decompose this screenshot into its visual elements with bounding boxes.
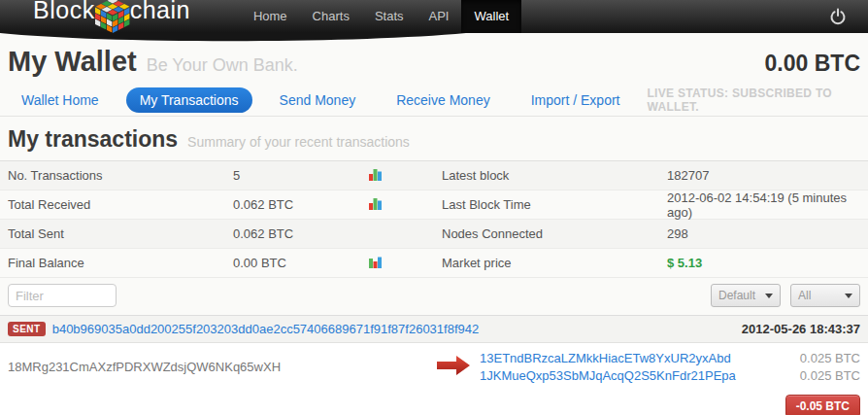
bar-chart-icon[interactable] — [368, 167, 426, 185]
main-nav: Home Charts Stats API Wallet — [241, 0, 521, 33]
rubiks-cube-icon — [93, 0, 132, 40]
wallet-stats-table: No. Transactions 5 Total Received 0.062 … — [0, 161, 434, 278]
nav-item-api[interactable]: API — [417, 0, 462, 33]
tab-import-export[interactable]: Import / Export — [517, 87, 634, 113]
section-heading: My transactions Summary of your recent t… — [0, 117, 868, 160]
stat-value: 182707 — [667, 168, 860, 183]
stat-label: Last Block Time — [442, 197, 667, 212]
stat-value: 298 — [667, 226, 860, 241]
bar-chart-icon[interactable] — [368, 196, 426, 214]
sort-dropdown[interactable]: Default — [711, 284, 781, 307]
network-stats-table: Latest block 182707 Last Block Time 2012… — [434, 161, 868, 278]
tab-my-transactions[interactable]: My Transactions — [126, 87, 252, 113]
top-navbar: Block — [0, 0, 868, 33]
output-address-link[interactable]: 13ETndBRzcaLZMkkHiacETw8YxUR2yxAbd — [480, 351, 736, 365]
stat-value: 2012-06-02 14:54:19 (5 minutes ago) — [667, 190, 860, 220]
stat-label: No. Transactions — [8, 168, 233, 183]
section-title: My transactions — [8, 126, 178, 153]
red-arrow-icon — [435, 354, 472, 381]
page-title: My Wallet — [8, 46, 137, 78]
stat-label: Latest block — [442, 168, 667, 183]
transaction-hash-link[interactable]: b40b969035a0dd200255f203203dd0ae2cc57406… — [52, 322, 480, 336]
sort-dropdown-value: Default — [718, 289, 755, 302]
transaction-detail-row: 18MRg231CmAXzfPDRXWZdsjQW6NKq65wXH 13ETn… — [0, 343, 868, 391]
stat-label: Nodes Connected — [442, 226, 667, 241]
tab-wallet-home[interactable]: Wallet Home — [8, 87, 113, 113]
filter-type-dropdown[interactable]: All — [790, 284, 860, 307]
filter-input[interactable] — [8, 284, 117, 307]
transaction-header-row: SENT b40b969035a0dd200255f203203dd0ae2cc… — [0, 315, 868, 343]
stat-label: Total Sent — [8, 226, 233, 241]
filter-type-dropdown-value: All — [798, 289, 811, 302]
page-tagline: Be Your Own Bank. — [147, 55, 298, 76]
stat-row-market-price: Market price $ 5.13 — [434, 249, 868, 278]
transaction-total-badge[interactable]: -0.05 BTC — [785, 395, 860, 415]
stat-row-final-balance: Final Balance 0.00 BTC — [0, 249, 434, 278]
wallet-header: My Wallet Be Your Own Bank. 0.00 BTC — [0, 33, 868, 84]
output-amounts: 0.025 BTC 0.025 BTC — [800, 351, 860, 383]
logo-text-block: Block — [33, 0, 95, 26]
output-amount: 0.025 BTC — [800, 351, 860, 365]
blockchain-logo[interactable]: Block — [33, 0, 190, 40]
section-subtitle: Summary of your recent transactions — [187, 134, 410, 150]
stat-value: 0.00 BTC — [233, 256, 368, 270]
chevron-down-icon — [845, 294, 852, 298]
output-addresses: 13ETndBRzcaLZMkkHiacETw8YxUR2yxAbd 1JKMu… — [480, 351, 736, 383]
stat-row-last-block-time: Last Block Time 2012-06-02 14:54:19 (5 m… — [434, 190, 868, 220]
wallet-balance: 0.00 BTC — [765, 51, 860, 77]
stat-value: 0.062 BTC — [233, 197, 368, 212]
tab-receive-money[interactable]: Receive Money — [383, 87, 504, 113]
stat-row-latest-block: Latest block 182707 — [434, 161, 868, 190]
filter-toolbar: Default All — [0, 278, 868, 315]
stat-label: Market price — [442, 256, 667, 270]
logout-power-icon[interactable] — [829, 8, 847, 25]
logo-text-chain: chain — [130, 0, 190, 26]
stat-row-total-sent: Total Sent 0.062 BTC — [0, 220, 434, 249]
nav-item-stats[interactable]: Stats — [362, 0, 417, 33]
bar-chart-icon[interactable] — [368, 255, 426, 272]
tab-send-money[interactable]: Send Money — [266, 87, 370, 113]
transaction-total-row: -0.05 BTC — [0, 391, 868, 415]
stat-label: Final Balance — [8, 256, 233, 270]
transaction-date: 2012-05-26 18:43:37 — [742, 322, 860, 336]
sent-badge: SENT — [8, 322, 46, 336]
market-price-value: $ 5.13 — [667, 256, 860, 270]
live-status-text: LIVE STATUS: SUBSCRIBED TO WALLET. — [647, 86, 860, 114]
output-address-link[interactable]: 1JKMueQxp53SbMJqAcqQ2S5KnFdr21PEpa — [480, 368, 736, 383]
output-amount: 0.025 BTC — [800, 368, 860, 383]
nav-item-charts[interactable]: Charts — [300, 0, 362, 33]
chevron-down-icon — [765, 294, 773, 298]
wallet-tabbar: Wallet Home My Transactions Send Money R… — [0, 84, 868, 117]
stat-row-transactions: No. Transactions 5 — [0, 161, 434, 190]
stat-value: 0.062 BTC — [233, 226, 368, 241]
stat-row-total-received: Total Received 0.062 BTC — [0, 190, 434, 220]
summary-stats: No. Transactions 5 Total Received 0.062 … — [0, 161, 868, 278]
nav-item-wallet[interactable]: Wallet — [461, 0, 521, 33]
input-address: 18MRg231CmAXzfPDRXWZdsjQW6NKq65wXH — [8, 360, 435, 374]
stat-row-nodes-connected: Nodes Connected 298 — [434, 220, 868, 249]
nav-item-home[interactable]: Home — [241, 0, 300, 33]
stat-value: 5 — [233, 168, 368, 183]
stat-label: Total Received — [8, 197, 233, 212]
